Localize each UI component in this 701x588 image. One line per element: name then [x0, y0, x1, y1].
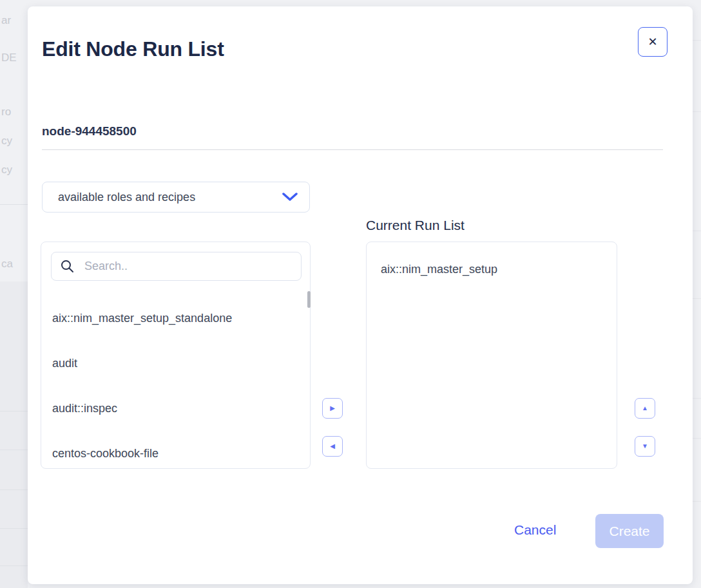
backdrop-row-divider [0, 489, 28, 490]
background-text-fragment: DE [1, 52, 17, 64]
page-backdrop: arDErocycyca ✕ Edit Node Run List node-9… [0, 0, 701, 588]
background-band [0, 281, 28, 588]
search-input[interactable] [83, 259, 292, 274]
move-up-button[interactable]: ▲ [635, 398, 655, 419]
available-list-item[interactable]: audit [41, 341, 306, 386]
current-run-list: aix::nim_master_setup [367, 255, 617, 284]
arrow-right-icon: ▶ [330, 405, 335, 412]
create-button[interactable]: Create [595, 514, 664, 548]
available-list-item[interactable]: centos-cookbook-file [41, 431, 306, 476]
node-name-divider [42, 149, 663, 150]
available-items-list: aix::nim_master_setup_standaloneauditaud… [41, 296, 306, 476]
background-text-fragment: ar [1, 14, 11, 27]
backdrop-row-divider [0, 450, 28, 450]
run-list-item[interactable]: aix::nim_master_setup [367, 255, 617, 284]
move-right-button[interactable]: ▶ [322, 398, 343, 419]
background-text-fragment: cy [1, 135, 12, 147]
background-text-fragment: cy [1, 164, 12, 176]
roles-recipes-dropdown[interactable]: available roles and recipes [42, 182, 310, 213]
backdrop-row-divider [693, 40, 701, 41]
scrollbar-thumb[interactable] [307, 291, 311, 308]
backdrop-row-divider [693, 398, 701, 399]
chevron-down-icon [282, 193, 298, 202]
dialog-title: Edit Node Run List [42, 37, 224, 61]
backdrop-row-divider [693, 501, 701, 502]
edit-node-run-list-dialog: ✕ Edit Node Run List node-944458500 avai… [28, 6, 693, 584]
search-icon [61, 260, 74, 273]
arrow-down-icon: ▼ [642, 443, 648, 450]
background-text-fragment: ro [1, 106, 11, 119]
backdrop-row-divider [693, 438, 701, 439]
move-down-button[interactable]: ▼ [635, 436, 655, 457]
arrow-up-icon: ▲ [642, 405, 648, 412]
move-left-button[interactable]: ◀ [322, 436, 343, 457]
current-run-list-title: Current Run List [366, 218, 465, 233]
backdrop-row-divider [0, 565, 28, 566]
backdrop-row-divider [0, 528, 28, 529]
cancel-button[interactable]: Cancel [514, 522, 556, 538]
available-list-panel: aix::nim_master_setup_standaloneauditaud… [41, 242, 311, 469]
backdrop-row-divider [0, 411, 28, 412]
current-run-list-panel: aix::nim_master_setup [366, 242, 617, 469]
arrow-left-icon: ◀ [330, 443, 335, 450]
node-name: node-944458500 [42, 124, 137, 138]
backdrop-row-divider [0, 204, 28, 205]
backdrop-row-divider [693, 231, 701, 231]
close-icon: ✕ [648, 35, 657, 49]
background-text-fragment: ca [1, 258, 13, 270]
dropdown-selected-value: available roles and recipes [58, 191, 195, 204]
backdrop-row-divider [693, 298, 701, 299]
search-box [51, 252, 302, 281]
available-list-item[interactable]: aix::nim_master_setup_standalone [41, 296, 306, 341]
close-button[interactable]: ✕ [638, 27, 667, 57]
backdrop-row-divider [693, 111, 701, 112]
available-list-item[interactable]: audit::inspec [41, 386, 306, 431]
